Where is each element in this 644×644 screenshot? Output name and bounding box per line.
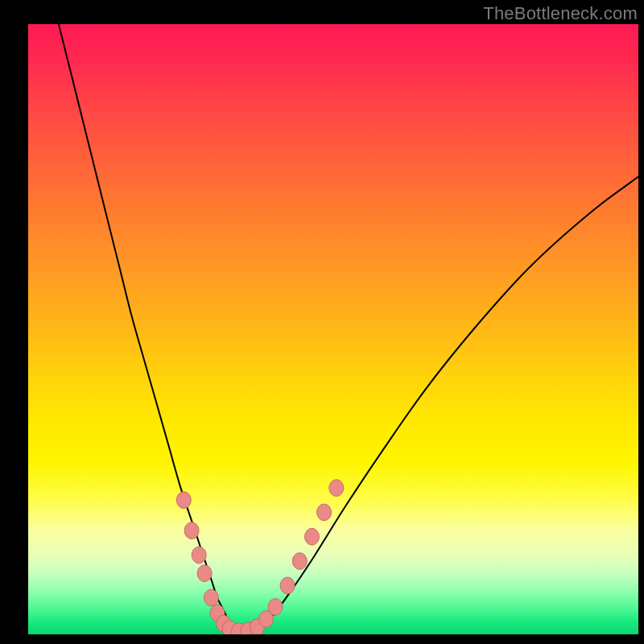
watermark-text: TheBottleneck.com [483, 3, 638, 24]
highlight-dot [204, 589, 218, 606]
curve-svg [28, 24, 638, 634]
highlight-dot [184, 522, 199, 539]
highlight-dot [197, 565, 212, 582]
highlight-dot [176, 492, 191, 509]
highlight-dot [192, 547, 206, 564]
highlight-dot [280, 577, 295, 594]
highlight-dot [305, 528, 320, 545]
chart-frame: TheBottleneck.com [0, 0, 644, 644]
highlight-dot [268, 599, 283, 616]
bottleneck-curve [59, 24, 638, 631]
highlight-dot [317, 504, 332, 521]
highlight-dot [329, 480, 344, 497]
plot-area [28, 24, 638, 634]
highlight-dot [292, 553, 307, 570]
highlight-dots [176, 480, 343, 634]
